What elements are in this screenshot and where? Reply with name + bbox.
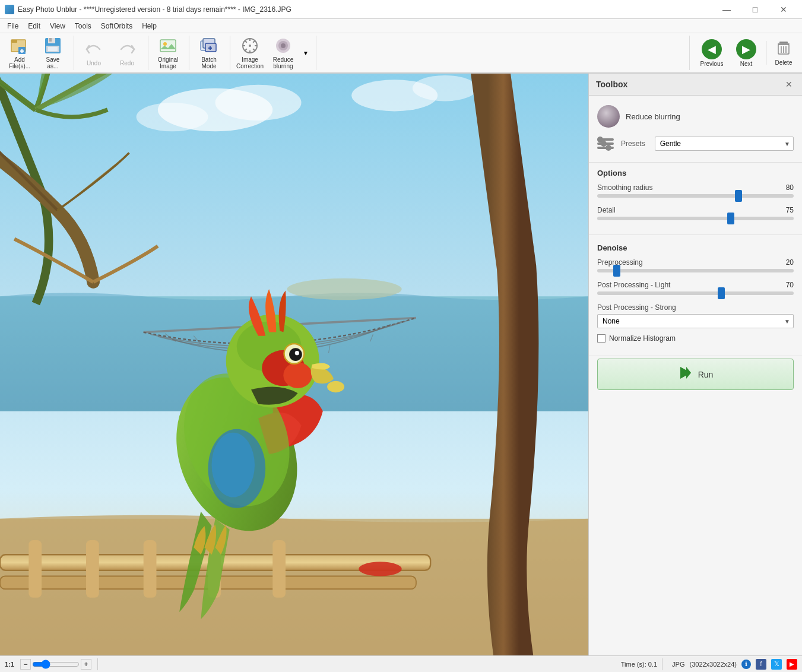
- next-icon: ▶: [736, 39, 756, 59]
- post-strong-wrapper: None Light Moderate Strong ▼: [597, 314, 794, 328]
- close-button[interactable]: ✕: [770, 1, 797, 18]
- presets-row: Presets Gentle Moderate Strong Custom ▼: [597, 131, 794, 156]
- toolbox-tool-section: Reduce blurring Presets: [589, 96, 802, 163]
- preprocessing-track[interactable]: [597, 269, 794, 272]
- twitter-icon: 𝕏: [774, 660, 779, 668]
- svg-rect-7: [49, 38, 52, 42]
- normalize-histogram-row: Normalize Histogram: [597, 334, 794, 343]
- zoom-in-button[interactable]: +: [81, 659, 91, 670]
- status-right-area: JPG (3022x3022x24) ℹ f 𝕏 ▶: [672, 659, 797, 670]
- svg-rect-56: [144, 540, 157, 598]
- minimize-button[interactable]: —: [713, 1, 740, 18]
- image-area[interactable]: [0, 74, 588, 655]
- status-time-area: Time (s): 0.1: [621, 661, 657, 668]
- smoothing-radius-label: Smoothing radius: [597, 183, 652, 192]
- facebook-button[interactable]: f: [756, 659, 766, 670]
- svg-point-11: [163, 42, 167, 46]
- menu-edit[interactable]: Edit: [23, 21, 45, 31]
- undo-button[interactable]: Undo: [78, 36, 110, 69]
- original-image-icon: [159, 36, 177, 55]
- post-strong-select[interactable]: None Light Moderate Strong: [597, 314, 794, 328]
- menu-softorbits[interactable]: SoftOrbits: [96, 21, 137, 31]
- delete-button[interactable]: Delete: [769, 36, 798, 69]
- detail-value: 75: [777, 206, 794, 214]
- title-bar-controls: — □ ✕: [713, 1, 797, 18]
- add-files-button[interactable]: AddFile(s)...: [4, 36, 36, 69]
- svg-rect-54: [28, 540, 42, 598]
- toolbox-header: Toolbox ✕: [589, 74, 802, 96]
- status-separator-2: [662, 658, 662, 670]
- svg-line-26: [245, 49, 247, 50]
- menu-help[interactable]: Help: [137, 21, 161, 31]
- previous-button[interactable]: ◀ Previous: [695, 36, 729, 69]
- run-arrow-icon: [678, 365, 693, 383]
- svg-point-18: [249, 45, 251, 47]
- toolbar: AddFile(s)... Saveas...: [0, 33, 802, 74]
- denoise-section: Denoise Preprocessing 20 Post Processing…: [589, 235, 802, 356]
- original-image-button[interactable]: OriginalImage: [152, 36, 184, 69]
- svg-point-65: [283, 362, 312, 388]
- toolbar-nav: ◀ Previous ▶ Next Delete: [689, 36, 798, 70]
- toolbox-close-button[interactable]: ✕: [783, 78, 795, 90]
- normalize-histogram-label[interactable]: Normalize Histogram: [609, 334, 676, 343]
- file-dimensions: (3022x3022x24): [689, 661, 737, 668]
- denoise-heading: Denoise: [597, 243, 794, 252]
- reduce-blurring-icon: [274, 36, 293, 55]
- zoom-slider[interactable]: [32, 660, 80, 668]
- maximize-button[interactable]: □: [741, 1, 769, 18]
- previous-label: Previous: [700, 61, 724, 67]
- redo-label: Redo: [120, 60, 134, 66]
- window-title: Easy Photo Unblur - ****Unregistered ver…: [18, 5, 291, 14]
- tools-dropdown-button[interactable]: ▼: [300, 36, 311, 69]
- svg-point-68: [295, 351, 299, 355]
- next-button[interactable]: ▶ Next: [729, 36, 763, 69]
- preprocessing-value: 20: [777, 258, 794, 267]
- menu-tools[interactable]: Tools: [70, 21, 96, 31]
- batch-mode-button[interactable]: BatchMode: [193, 36, 225, 69]
- smoothing-radius-row: Smoothing radius 80: [597, 183, 794, 198]
- file-format: JPG: [672, 661, 684, 668]
- detail-label: Detail: [597, 206, 616, 214]
- menu-file[interactable]: File: [2, 21, 23, 31]
- youtube-button[interactable]: ▶: [787, 659, 797, 670]
- post-light-thumb[interactable]: [718, 287, 725, 299]
- run-button[interactable]: Run: [597, 359, 794, 390]
- svg-rect-58: [272, 540, 286, 598]
- presets-select[interactable]: Gentle Moderate Strong Custom: [655, 137, 794, 151]
- svg-point-71: [212, 433, 255, 497]
- toolbar-group-correction: ImageCorrection Reduceblurring ▼: [234, 36, 316, 70]
- detail-thumb[interactable]: [727, 213, 734, 224]
- svg-rect-30: [779, 42, 788, 43]
- reduce-blurring-button[interactable]: Reduceblurring: [267, 36, 299, 69]
- toolbar-group-files: AddFile(s)... Saveas...: [4, 36, 74, 70]
- image-correction-icon: [240, 36, 259, 55]
- post-light-track[interactable]: [597, 291, 794, 295]
- detail-label-row: Detail 75: [597, 206, 794, 214]
- previous-icon: ◀: [702, 39, 722, 59]
- detail-track[interactable]: [597, 217, 794, 220]
- toolbox-title: Toolbox: [596, 80, 627, 89]
- smoothing-radius-thumb[interactable]: [735, 190, 742, 202]
- next-label: Next: [740, 61, 753, 67]
- title-bar: Easy Photo Unblur - ****Unregistered ver…: [0, 0, 802, 19]
- presets-wrapper: Gentle Moderate Strong Custom ▼: [655, 137, 794, 151]
- zoom-out-button[interactable]: −: [20, 659, 31, 670]
- svg-point-43: [287, 278, 401, 300]
- preprocessing-thumb[interactable]: [613, 265, 620, 277]
- preprocessing-label-row: Preprocessing 20: [597, 258, 794, 267]
- twitter-button[interactable]: 𝕏: [771, 659, 782, 670]
- menu-view[interactable]: View: [45, 21, 70, 31]
- smoothing-radius-track[interactable]: [597, 194, 794, 198]
- status-bar: 1:1 − + Time (s): 0.1 JPG (3022x3022x24)…: [0, 655, 802, 672]
- redo-button[interactable]: Redo: [111, 36, 143, 69]
- image-correction-button[interactable]: ImageCorrection: [234, 36, 266, 69]
- save-as-button[interactable]: Saveas...: [37, 36, 69, 69]
- presets-label: Presets: [621, 140, 645, 148]
- normalize-histogram-checkbox[interactable]: [597, 334, 606, 343]
- status-separator-1: [97, 658, 98, 670]
- info-button[interactable]: ℹ: [741, 660, 751, 669]
- toolbar-separator: [766, 41, 766, 65]
- zoom-level: 1:1: [5, 661, 14, 668]
- toolbox: Toolbox ✕ Reduce blurring: [588, 74, 802, 655]
- svg-point-29: [281, 43, 286, 48]
